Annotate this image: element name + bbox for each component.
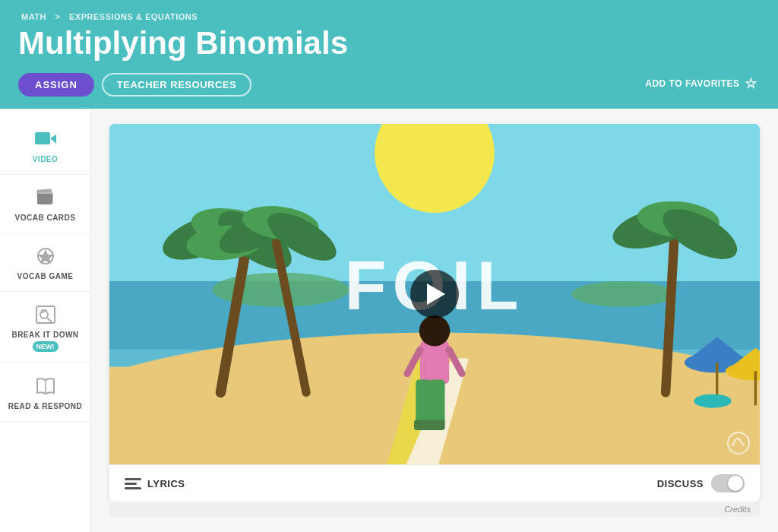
main-layout: VIDEO VOCAB CARDS VOCAB GAME	[0, 109, 778, 532]
sidebar-item-vocab-cards-label: VOCAB CARDS	[15, 214, 76, 222]
toggle-knob	[728, 476, 743, 491]
svg-line-9	[47, 318, 52, 322]
add-to-favorites-button[interactable]: ADD TO FAVORITES ☆	[645, 75, 757, 92]
discuss-toggle[interactable]	[711, 474, 745, 492]
discuss-section: DISCUSS	[657, 474, 745, 492]
svg-point-48	[419, 315, 451, 347]
breadcrumb-subject: EXPRESSIONS & EQUATIONS	[69, 12, 198, 21]
lyrics-label: LYRICS	[147, 478, 185, 489]
svg-rect-7	[36, 306, 55, 323]
sidebar-item-video[interactable]: VIDEO	[0, 116, 90, 175]
breadcrumb: MATH > EXPRESSIONS & EQUATIONS	[18, 12, 760, 21]
breadcrumb-math: MATH	[21, 12, 46, 21]
video-icon	[31, 127, 60, 151]
video-player[interactable]: FOIL	[109, 124, 760, 464]
video-controls: LYRICS DISCUSS	[109, 464, 760, 502]
page-title: Multiplying Binomials	[18, 26, 760, 61]
teacher-resources-button[interactable]: TEACHER RESOURCES	[102, 73, 251, 97]
sidebar-item-video-label: VIDEO	[33, 155, 59, 163]
book-icon	[31, 374, 60, 398]
sidebar: VIDEO VOCAB CARDS VOCAB GAME	[0, 109, 91, 532]
play-triangle-icon	[427, 283, 445, 305]
sidebar-item-read-respond-label: READ & RESPOND	[8, 402, 83, 410]
sidebar-item-read-respond[interactable]: READ & RESPOND	[0, 363, 90, 422]
play-button[interactable]	[410, 270, 459, 318]
add-to-favorites-label: ADD TO FAVORITES	[645, 78, 739, 89]
credits-bar: Credits	[109, 502, 760, 517]
sidebar-item-vocab-game[interactable]: VOCAB GAME	[0, 233, 90, 292]
svg-point-20	[571, 281, 674, 307]
game-icon	[31, 244, 60, 268]
svg-marker-1	[50, 135, 56, 144]
svg-rect-43	[420, 341, 449, 384]
cards-icon	[31, 185, 60, 210]
svg-rect-47	[428, 420, 445, 431]
sidebar-item-vocab-game-label: VOCAB GAME	[17, 272, 74, 280]
star-icon: ☆	[745, 75, 757, 92]
new-badge: NEW!	[33, 341, 59, 352]
svg-point-51	[728, 432, 749, 454]
lyrics-button[interactable]: LYRICS	[125, 478, 185, 489]
svg-rect-4	[37, 194, 52, 204]
search-magnify-icon	[31, 302, 60, 327]
svg-point-42	[694, 394, 732, 408]
svg-rect-44	[416, 380, 431, 427]
fathom-watermark-icon	[726, 431, 751, 455]
credits-label: Credits	[724, 505, 751, 514]
header-banner: MATH > EXPRESSIONS & EQUATIONS Multiplyi…	[0, 0, 778, 109]
sidebar-item-break-it-down[interactable]: BREAK IT DOWN NEW!	[0, 292, 90, 363]
sidebar-item-vocab-cards[interactable]: VOCAB CARDS	[0, 175, 90, 233]
video-container: FOIL	[109, 124, 760, 502]
content-area: FOIL	[91, 109, 778, 532]
assign-button[interactable]: ASSIGN	[18, 73, 94, 97]
sidebar-item-break-it-down-label: BREAK IT DOWN	[11, 331, 78, 339]
svg-rect-45	[429, 380, 444, 427]
lyrics-lines-icon	[125, 478, 141, 489]
svg-rect-0	[35, 132, 50, 144]
discuss-label: DISCUSS	[657, 478, 704, 489]
breadcrumb-separator: >	[55, 12, 61, 21]
